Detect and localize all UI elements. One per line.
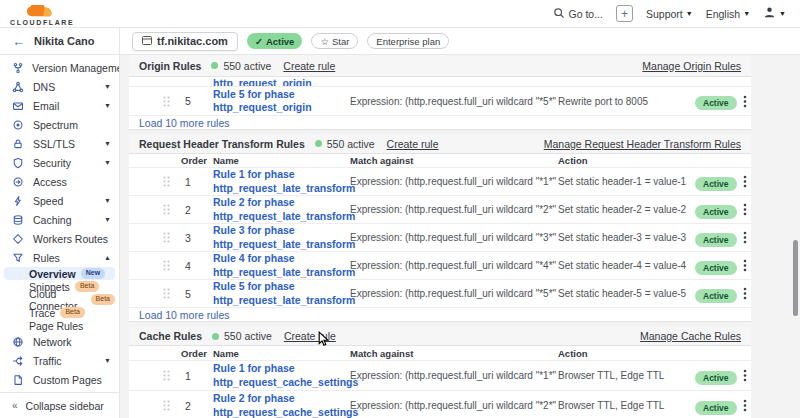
cloudflare-cloud-icon <box>26 4 58 20</box>
table-row: 5Rule 5 for phasehttp_request_late_trans… <box>129 280 751 308</box>
rule-order: 1 <box>181 176 213 188</box>
user-menu[interactable]: ▼ <box>763 6 786 21</box>
access-icon <box>12 176 25 188</box>
cloudflare-logo: CLOUDFLARE <box>10 4 74 26</box>
main-scrollbar[interactable] <box>793 240 798 316</box>
zone-status-badge: ✓ Active <box>247 33 302 49</box>
sidebar-subitem-page-rules[interactable]: Page Rules <box>4 319 115 332</box>
rule-name-link[interactable]: Rule 4 for phasehttp_request_late_transf… <box>213 252 350 278</box>
sidebar-item-email[interactable]: Email▼ <box>0 96 119 115</box>
sidebar-item-spectrum[interactable]: Spectrum <box>0 115 119 134</box>
back-arrow-icon[interactable]: ← <box>12 35 25 48</box>
add-button[interactable]: + <box>616 5 633 22</box>
kebab-menu-icon[interactable] <box>739 397 751 414</box>
domain-pill: tf.nikitac.com <box>132 32 238 51</box>
rule-name-link[interactable]: http_request_origin <box>213 77 350 87</box>
load-more-rules-link[interactable]: Load 10 more rules <box>129 308 751 322</box>
chevron-down-icon: ▼ <box>104 140 111 147</box>
drag-handle-icon[interactable] <box>129 176 170 187</box>
sidebar-subitem-cloud-connector[interactable]: Cloud ConnectorBeta <box>4 293 115 306</box>
sidebar-item-custom-pages[interactable]: Custom Pages <box>0 370 119 389</box>
sidebar-item-caching[interactable]: Caching▼ <box>0 210 119 229</box>
column-header-name: Name <box>213 348 350 359</box>
sidebar-item-traffic[interactable]: Traffic▼ <box>0 351 119 370</box>
manage-rules-link[interactable]: Manage Request Header Transform Rules <box>544 138 741 150</box>
rule-name-link[interactable]: Rule 2 for phasehttp_request_cache_setti… <box>213 392 350 418</box>
drag-handle-icon[interactable] <box>129 232 170 243</box>
collapse-sidebar-button[interactable]: « Collapse sidebar <box>0 392 119 418</box>
sidebar-item-security[interactable]: Security▼ <box>0 153 119 172</box>
create-rule-link[interactable]: Create rule <box>387 138 439 150</box>
rule-match-expression: Expression: (http.request.full_uri wildc… <box>350 96 558 107</box>
rule-name-link[interactable]: Rule 3 for phasehttp_request_late_transf… <box>213 224 350 250</box>
status-badge: Active <box>695 177 737 191</box>
chevron-up-icon: ▲ <box>104 254 111 261</box>
kebab-menu-icon[interactable] <box>739 257 751 274</box>
drag-handle-icon[interactable] <box>129 288 170 299</box>
browser-window-icon <box>142 35 152 47</box>
rule-order: 1 <box>181 370 213 382</box>
create-rule-link[interactable]: Create rule <box>284 330 336 342</box>
sidebar-subitem-overview[interactable]: OverviewNew <box>4 267 115 280</box>
sidebar-item-access[interactable]: Access <box>0 172 119 191</box>
drag-handle-icon[interactable] <box>129 400 170 411</box>
chevron-down-icon: ▼ <box>779 10 786 17</box>
drag-handle-icon[interactable] <box>129 204 170 215</box>
section-title: Origin Rules <box>139 60 201 72</box>
status-cell: Active <box>695 201 739 219</box>
search-icon <box>553 7 565 21</box>
traffic-icon <box>12 355 25 367</box>
language-menu[interactable]: English ▼ <box>706 8 750 20</box>
workers-icon <box>12 233 25 245</box>
top-nav: CLOUDFLARE Go to... + Support ▼ English … <box>0 0 800 28</box>
sidebar-item-rules[interactable]: Rules▲ <box>0 248 119 267</box>
kebab-menu-icon[interactable] <box>739 285 751 302</box>
rule-name-link[interactable]: Rule 1 for phasehttp_request_cache_setti… <box>213 362 350 388</box>
sidebar-item-network[interactable]: Network <box>0 332 119 351</box>
status-badge: Active <box>695 233 737 247</box>
drag-handle-icon[interactable] <box>129 96 170 107</box>
kebab-menu-icon[interactable] <box>739 229 751 246</box>
rule-match-expression: Expression: (http.request.full_uri wildc… <box>350 288 558 299</box>
chevron-down-icon: ▼ <box>104 83 111 90</box>
kebab-menu-icon[interactable] <box>739 201 751 218</box>
load-more-rules-link[interactable]: Load 10 more rules <box>129 116 751 130</box>
funnel-icon <box>12 252 25 264</box>
chevron-down-icon: ▼ <box>104 197 111 204</box>
kebab-menu-icon[interactable] <box>739 367 751 384</box>
support-menu[interactable]: Support ▼ <box>646 8 693 20</box>
drag-handle-icon[interactable] <box>129 370 170 381</box>
column-header-row: OrderNameMatch againstAction <box>129 346 751 361</box>
rule-name-link[interactable]: Rule 2 for phasehttp_request_late_transf… <box>213 196 350 222</box>
sidebar-item-label: DNS <box>33 81 96 93</box>
sidebar-item-version-management[interactable]: Version Management <box>0 58 119 77</box>
rule-name-link[interactable]: Rule 1 for phasehttp_request_late_transf… <box>213 168 350 194</box>
rule-name-link[interactable]: Rule 5 for phasehttp_request_late_transf… <box>213 280 350 306</box>
rule-name-link[interactable]: Rule 5 for phasehttp_request_origin <box>213 88 350 114</box>
column-header-match-against: Match against <box>350 348 558 359</box>
sidebar-nav: Version ManagementDNS▼Email▼SpectrumSSL/… <box>0 55 119 392</box>
manage-rules-link[interactable]: Manage Cache Rules <box>640 330 741 342</box>
status-badge: Active <box>695 96 737 110</box>
table-row: 2Rule 2 for phasehttp_request_cache_sett… <box>129 391 751 418</box>
table-row: 4Rule 4 for phasehttp_request_late_trans… <box>129 252 751 280</box>
sidebar-item-dns[interactable]: DNS▼ <box>0 77 119 96</box>
manage-rules-link[interactable]: Manage Origin Rules <box>642 60 741 72</box>
create-rule-link[interactable]: Create rule <box>283 60 335 72</box>
star-button[interactable]: ☆ Star <box>311 33 358 49</box>
sidebar: Version ManagementDNS▼Email▼SpectrumSSL/… <box>0 55 120 418</box>
account-header: ← Nikita Cano <box>0 28 120 54</box>
kebab-menu-icon[interactable] <box>739 93 751 110</box>
sidebar-item-ssl-tls[interactable]: SSL/TLS▼ <box>0 134 119 153</box>
kebab-menu-icon[interactable] <box>739 173 751 190</box>
active-dot-icon <box>315 140 322 147</box>
table-row-partial: http_request_origin <box>129 77 751 87</box>
sidebar-item-speed[interactable]: Speed▼ <box>0 191 119 210</box>
sidebar-item-label: Security <box>33 157 96 169</box>
sidebar-item-workers-routes[interactable]: Workers Routes <box>0 229 119 248</box>
goto-search[interactable]: Go to... <box>553 7 603 21</box>
drag-handle-icon[interactable] <box>129 260 170 271</box>
sidebar-item-label: Caching <box>33 214 96 226</box>
pages-icon <box>12 374 25 386</box>
section-title: Request Header Transform Rules <box>139 138 305 150</box>
